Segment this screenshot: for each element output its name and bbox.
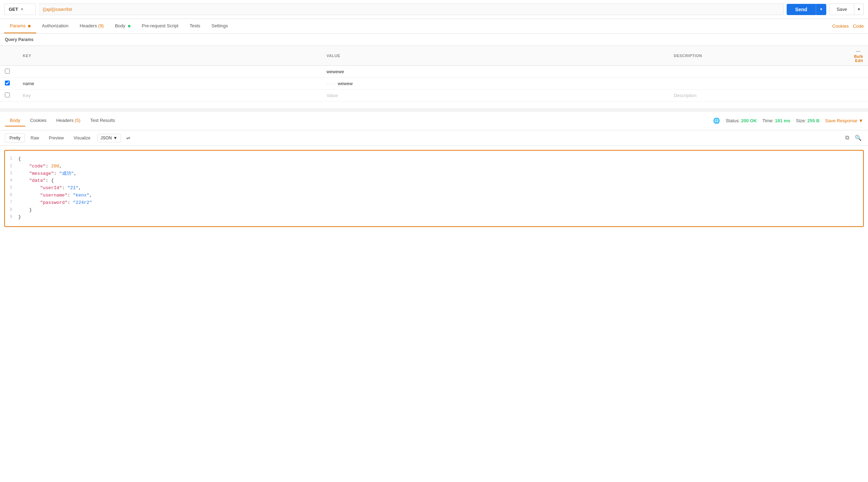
line-num: 8 xyxy=(10,207,18,214)
response-tab-cookies[interactable]: Cookies xyxy=(25,115,52,126)
tab-tests-label: Tests xyxy=(190,23,200,28)
globe-icon[interactable]: 🌐 xyxy=(713,117,720,124)
params-dot xyxy=(28,25,30,27)
format-bar: Pretty Raw Preview Visualize JSON ▼ ⇌ ⧉ … xyxy=(0,130,868,146)
line-num: 6 xyxy=(10,192,18,199)
code-content: } xyxy=(18,214,21,221)
tab-body-label: Body xyxy=(115,23,126,28)
row1-key[interactable] xyxy=(18,66,322,78)
tab-headers-label: Headers xyxy=(80,23,98,28)
row1-checkbox[interactable] xyxy=(5,69,10,74)
wrap-button[interactable]: ⇌ xyxy=(123,133,133,143)
row2-desc[interactable] xyxy=(669,78,842,90)
json-format-label: JSON xyxy=(101,136,112,140)
code-line: 6 "username": "kenx", xyxy=(10,192,858,199)
row2-check[interactable] xyxy=(0,78,18,90)
col-actions-header: ··· Bulk Edit xyxy=(842,46,868,66)
method-select[interactable]: GET ▼ xyxy=(4,4,36,15)
search-icon[interactable]: 🔍 xyxy=(853,133,863,143)
row1-check[interactable] xyxy=(0,66,18,78)
save-btn-group: Save ▼ xyxy=(829,4,864,15)
row2-value-hidden: ····· xyxy=(327,81,337,86)
copy-icon[interactable]: ⧉ xyxy=(844,133,850,143)
line-num: 4 xyxy=(10,177,18,185)
tab-authorization[interactable]: Authorization xyxy=(36,19,74,33)
col-desc-header: DESCRIPTION xyxy=(669,46,842,66)
save-button[interactable]: Save xyxy=(829,4,854,15)
code-content: } xyxy=(18,207,32,214)
format-tab-visualize[interactable]: Visualize xyxy=(69,134,95,142)
response-tabs: Body Cookies Headers (5) Test Results xyxy=(5,115,120,126)
headers-count: (9) xyxy=(98,23,104,28)
row3-value[interactable]: Value xyxy=(322,90,669,102)
code-line: 2 "code": 200, xyxy=(10,163,858,170)
response-meta: 🌐 Status: 200 OK Time: 181 ms Size: 255 … xyxy=(713,117,863,124)
row3-desc[interactable]: Description xyxy=(669,90,842,102)
status-value: 200 OK xyxy=(741,118,757,123)
code-line: 4 "data": { xyxy=(10,177,858,185)
save-dropdown-button[interactable]: ▼ xyxy=(854,4,864,15)
format-tab-preview[interactable]: Preview xyxy=(45,134,68,142)
body-dot xyxy=(128,25,130,27)
code-content: "password": "224r2" xyxy=(18,199,92,207)
section-divider xyxy=(0,109,868,111)
line-num: 3 xyxy=(10,170,18,178)
tab-pre-request-label: Pre-request Script xyxy=(142,23,178,28)
row3-actions xyxy=(842,90,868,102)
tabs-bar: Params Authorization Headers (9) Body Pr… xyxy=(0,19,868,34)
send-dropdown-button[interactable]: ▼ xyxy=(816,4,827,15)
tab-authorization-label: Authorization xyxy=(42,23,68,28)
code-content: "username": "kenx", xyxy=(18,192,92,199)
cookies-link[interactable]: Cookies xyxy=(832,23,849,29)
row1-desc[interactable] xyxy=(669,66,842,78)
tab-body[interactable]: Body xyxy=(109,19,136,33)
code-line: 9 } xyxy=(10,214,858,221)
json-format-chevron: ▼ xyxy=(113,136,117,140)
code-line: 8 } xyxy=(10,207,858,214)
col-check-header xyxy=(0,46,18,66)
col-key-header: KEY xyxy=(18,46,322,66)
code-content: "message": "成功", xyxy=(18,170,76,178)
tab-params-label: Params xyxy=(10,23,26,28)
url-input[interactable] xyxy=(39,4,784,15)
time-label: Time: 181 ms xyxy=(762,118,791,123)
code-line: 3 "message": "成功", xyxy=(10,170,858,178)
json-format-select[interactable]: JSON ▼ xyxy=(97,134,121,142)
tab-tests[interactable]: Tests xyxy=(184,19,206,33)
row3-check[interactable] xyxy=(0,90,18,102)
code-content: "data": { xyxy=(18,177,54,185)
tab-headers[interactable]: Headers (9) xyxy=(74,19,109,33)
row2-value[interactable]: ····· wewew xyxy=(322,78,669,90)
line-num: 2 xyxy=(10,163,18,170)
three-dots-icon[interactable]: ··· xyxy=(856,49,861,54)
table-row: Key Value Description xyxy=(0,90,868,102)
method-chevron-icon: ▼ xyxy=(20,7,24,11)
format-tab-pretty[interactable]: Pretty xyxy=(5,133,25,143)
row1-value[interactable]: wewewe xyxy=(322,66,669,78)
tab-pre-request[interactable]: Pre-request Script xyxy=(136,19,184,33)
format-tab-raw[interactable]: Raw xyxy=(26,134,43,142)
code-line: 7 "password": "224r2" xyxy=(10,199,858,207)
code-link[interactable]: Code xyxy=(853,23,864,29)
response-headers-count: (5) xyxy=(75,118,80,123)
code-line: 1 { xyxy=(10,156,858,163)
save-response-button[interactable]: Save Response ▼ xyxy=(825,118,863,123)
send-button[interactable]: Send xyxy=(787,4,815,15)
row2-checkbox[interactable] xyxy=(5,81,10,85)
row2-key[interactable]: name xyxy=(18,78,322,90)
row3-key[interactable]: Key xyxy=(18,90,322,102)
right-links: Cookies Code xyxy=(832,23,864,29)
response-tab-body[interactable]: Body xyxy=(5,115,25,126)
bulk-edit-button[interactable]: Bulk Edit xyxy=(854,54,863,63)
code-line: 5 "userId": "21", xyxy=(10,185,858,192)
row3-checkbox[interactable] xyxy=(5,92,10,97)
method-label: GET xyxy=(9,7,18,12)
tab-settings[interactable]: Settings xyxy=(206,19,233,33)
top-bar: GET ▼ Send ▼ Save ▼ xyxy=(0,0,868,19)
status-label: Status: 200 OK xyxy=(726,118,757,123)
size-label: Size: 255 B xyxy=(796,118,820,123)
row1-actions xyxy=(842,66,868,78)
response-tab-test-results[interactable]: Test Results xyxy=(85,115,120,126)
tab-params[interactable]: Params xyxy=(4,19,36,33)
response-tab-headers[interactable]: Headers (5) xyxy=(52,115,86,126)
